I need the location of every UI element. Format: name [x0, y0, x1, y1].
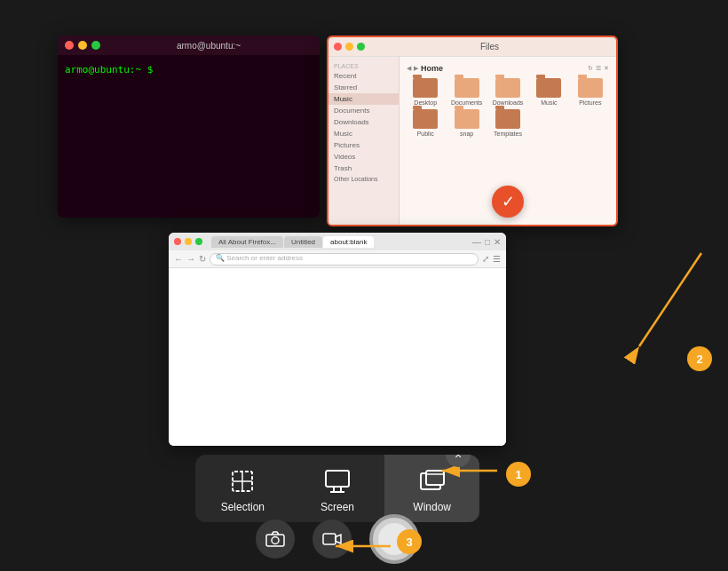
browser-refresh-button[interactable]: ↻ [199, 254, 206, 264]
music-folder-label: Music [541, 99, 557, 106]
pictures-folder-icon [578, 78, 603, 98]
fm-folder-templates[interactable]: Templates [489, 109, 526, 137]
fm-content: ◀ ▶ Home ↻ ☰ ✕ Desktop Documents Downl [400, 57, 616, 225]
terminal-titlebar: armo@ubuntu:~ [58, 36, 320, 55]
browser-menu-btn[interactable]: ☰ [493, 254, 501, 264]
browser-tab-3[interactable]: about:blank [323, 236, 374, 248]
fm-minimize-dot [345, 43, 353, 51]
public-folder-label: Public [417, 131, 434, 137]
capture-tab-window-label: Window [413, 501, 451, 513]
music-folder-icon [536, 78, 561, 98]
camera-button[interactable] [256, 519, 295, 559]
fm-sidebar-music[interactable]: Music [328, 93, 399, 105]
browser-minimize-dot [185, 238, 192, 245]
svg-rect-3 [326, 471, 349, 487]
terminal-minimize-dot [78, 41, 87, 50]
capture-tab-selection-label: Selection [221, 501, 265, 513]
downloads-folder-label: Downloads [493, 99, 524, 106]
fm-sidebar-recent[interactable]: Recent [328, 70, 399, 82]
capture-tab-screen-label: Screen [320, 501, 354, 513]
desktop-folder-icon [413, 78, 438, 98]
fm-toolbar: ◀ ▶ Home ↻ ☰ ✕ [407, 64, 609, 73]
fm-confirm-button[interactable]: ✓ [492, 186, 524, 218]
filemanager-window: Files Places Recent Starred Music Docume… [327, 36, 618, 226]
fm-back-button[interactable]: ◀ [407, 65, 411, 72]
annotation-3-label: 3 [406, 535, 412, 549]
browser-tab-2[interactable]: Untitled [284, 236, 322, 248]
browser-toolbar: ← → ↻ 🔍 Search or enter address ⤢ ☰ [169, 250, 506, 268]
fm-sidebar-trash[interactable]: Trash [328, 163, 399, 174]
svg-point-11 [272, 537, 279, 544]
browser-address-bar[interactable]: 🔍 Search or enter address [210, 253, 479, 266]
fm-folder-desktop[interactable]: Desktop [407, 78, 444, 106]
browser-window: All About Firefox... Untitled about:blan… [169, 233, 506, 446]
annotation-badge-1: 1 [506, 462, 531, 487]
browser-close-btn[interactable]: ✕ [494, 237, 501, 247]
fm-folder-music[interactable]: Music [530, 78, 567, 106]
fm-close-dot [334, 43, 342, 51]
terminal-prompt: armo@ubuntu:~ $ [65, 64, 153, 75]
browser-close-dot [174, 238, 181, 245]
browser-forward-button[interactable]: → [186, 254, 195, 264]
fm-folder-downloads[interactable]: Downloads [489, 78, 526, 106]
fm-sidebar-music2[interactable]: Music [328, 128, 399, 139]
annotation-1-label: 1 [515, 468, 521, 481]
fm-folder-documents[interactable]: Documents [447, 78, 485, 106]
arrow-3-svg [328, 533, 400, 559]
capture-tab-screen[interactable]: Screen [290, 455, 385, 522]
browser-minimize-btn[interactable]: — [472, 237, 481, 247]
filemanager-titlebar: Files [328, 37, 616, 57]
fm-sidebar: Places Recent Starred Music Documents Do… [328, 57, 400, 225]
browser-body [169, 268, 506, 446]
fm-sidebar-documents[interactable]: Documents [328, 105, 399, 116]
fm-menu-button[interactable]: ☰ [596, 65, 601, 72]
browser-back-button[interactable]: ← [174, 254, 183, 264]
fm-maximize-dot [357, 43, 365, 51]
fm-sidebar-videos[interactable]: Videos [328, 151, 399, 163]
terminal-body: armo@ubuntu:~ $ [58, 55, 320, 218]
terminal-title: armo@ubuntu:~ [177, 41, 241, 51]
selection-icon [228, 467, 257, 496]
terminal-window: armo@ubuntu:~ armo@ubuntu:~ $ [58, 36, 320, 218]
fm-title: Files [480, 42, 499, 52]
fm-folder-snap[interactable]: snap [447, 109, 485, 137]
fm-breadcrumb: Home [421, 64, 443, 73]
fm-sidebar-section: Places [328, 60, 399, 70]
browser-address-text: 🔍 Search or enter address [216, 254, 303, 262]
fm-close-button[interactable]: ✕ [604, 65, 609, 72]
fm-folder-public[interactable]: Public [407, 109, 444, 137]
annotation-badge-3: 3 [397, 529, 422, 554]
fm-forward-button[interactable]: ▶ [414, 65, 418, 72]
browser-maximize-dot [195, 238, 202, 245]
fm-sidebar-starred[interactable]: Starred [328, 82, 399, 93]
screen-icon [323, 467, 352, 496]
browser-tab-1[interactable]: All About Firefox... [211, 236, 283, 248]
fm-folder-pictures[interactable]: Pictures [572, 78, 609, 106]
fm-sidebar-downloads[interactable]: Downloads [328, 116, 399, 128]
svg-line-16 [639, 253, 701, 346]
templates-folder-icon [495, 109, 520, 129]
capture-tab-selection[interactable]: Selection [195, 455, 290, 522]
annotation-badge-2: 2 [687, 346, 712, 371]
fm-sidebar-other[interactable]: Other Locations [328, 174, 399, 184]
fm-sidebar-pictures[interactable]: Pictures [328, 139, 399, 151]
browser-titlebar: All About Firefox... Untitled about:blan… [169, 233, 506, 250]
camera-icon [265, 531, 285, 547]
public-folder-icon [413, 109, 438, 129]
browser-tabs: All About Firefox... Untitled about:blan… [211, 236, 465, 248]
annotation-2-label: 2 [696, 353, 702, 366]
downloads-folder-icon [495, 78, 520, 98]
snap-folder-label: snap [460, 131, 473, 137]
terminal-maximize-dot [91, 41, 100, 50]
templates-folder-label: Templates [494, 131, 522, 137]
capture-close-icon: × [455, 455, 462, 462]
terminal-close-dot [65, 41, 74, 50]
fm-icons-grid: Desktop Documents Downloads Music Pictur… [407, 78, 609, 137]
documents-folder-label: Documents [451, 99, 482, 106]
fm-refresh-button[interactable]: ↻ [588, 65, 593, 72]
pictures-folder-label: Pictures [579, 99, 601, 106]
browser-maximize-btn[interactable]: □ [485, 237, 490, 247]
snap-folder-icon [455, 109, 479, 129]
browser-screenshot-btn[interactable]: ⤢ [482, 254, 489, 264]
desktop-folder-label: Desktop [414, 99, 437, 106]
